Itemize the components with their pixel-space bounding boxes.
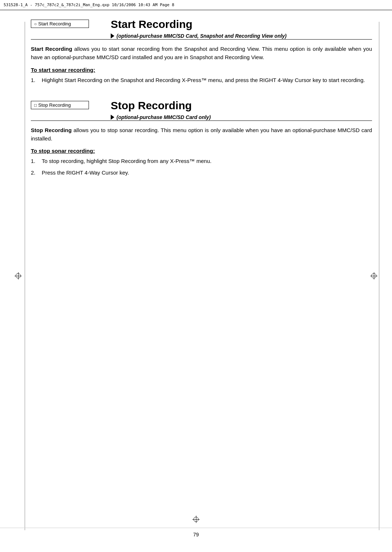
stop-recording-symbol: □ <box>34 103 37 108</box>
page-number: 79 <box>193 532 199 537</box>
start-recording-arrow <box>111 33 114 38</box>
start-recording-divider <box>31 39 372 40</box>
stop-recording-steps: 1. To stop recording, highlight Stop Rec… <box>31 157 372 177</box>
start-recording-subheading: To start sonar recording: <box>31 67 372 73</box>
start-recording-title-col: Start Recording <box>107 18 372 31</box>
right-margin-line <box>379 22 379 530</box>
left-margin-line <box>25 22 25 530</box>
stop-recording-menu-col: □Stop Recording <box>31 99 107 109</box>
step-num-1: 1. <box>31 76 42 84</box>
stop-recording-section: □Stop Recording Stop Recording (optional… <box>31 99 372 177</box>
start-recording-steps: 1. Highlight Start Recording on the Snap… <box>31 76 372 84</box>
stop-recording-arrow <box>111 115 114 120</box>
stop-recording-step-1: 1. To stop recording, highlight Stop Rec… <box>31 157 372 165</box>
start-recording-body-text: allows you to start sonar recording from… <box>31 46 372 60</box>
stop-recording-arrow-row: (optional-purchase MMC/SD Card only) <box>31 114 372 120</box>
reg-mark-top-right <box>370 272 377 279</box>
start-recording-symbol: ○ <box>34 21 37 26</box>
step-text-1: Highlight Start Recording on the Snapsho… <box>42 76 372 84</box>
stop-recording-title-col: Stop Recording <box>107 99 372 112</box>
start-recording-step-1: 1. Highlight Start Recording on the Snap… <box>31 76 372 84</box>
start-recording-menu-box: ○Start Recording <box>31 20 89 28</box>
header-text: 531528-1_A - 757c_787c2_&_787c2i_Man_Eng… <box>4 3 174 7</box>
start-recording-arrow-row: (optional-purchase MMC/SD Card, Snapshot… <box>31 33 372 39</box>
start-recording-subtitle: (optional-purchase MMC/SD Card, Snapshot… <box>117 33 287 39</box>
stop-recording-body: Stop Recording allows you to stop sonar … <box>31 126 372 143</box>
stop-recording-subheading: To stop sonar recording: <box>31 148 372 154</box>
footer: 79 <box>0 528 392 537</box>
reg-mark-bottom <box>192 516 200 523</box>
stop-recording-step-2: 2. Press the RIGHT 4-Way Cursor key. <box>31 168 372 177</box>
start-recording-menu-label: Start Recording <box>38 21 71 26</box>
section-gap <box>31 89 372 99</box>
stop-recording-menu-label: Stop Recording <box>38 102 71 108</box>
reg-mark-top-left <box>15 272 22 279</box>
start-recording-bold-term: Start Recording <box>31 46 72 52</box>
start-recording-title: Start Recording <box>111 18 372 30</box>
stop-step-text-2: Press the RIGHT 4-Way Cursor key. <box>42 168 372 177</box>
stop-recording-body-text: allows you to stop sonar recording. This… <box>31 127 372 142</box>
stop-recording-divider <box>31 120 372 121</box>
stop-recording-bold-term: Stop Recording <box>31 127 72 133</box>
stop-recording-header: □Stop Recording Stop Recording <box>31 99 372 112</box>
stop-recording-subtitle: (optional-purchase MMC/SD Card only) <box>117 114 211 120</box>
stop-step-num-2: 2. <box>31 168 42 177</box>
stop-step-num-1: 1. <box>31 157 42 165</box>
stop-step-text-1: To stop recording, highlight Stop Record… <box>42 157 372 165</box>
stop-recording-menu-box: □Stop Recording <box>31 101 89 109</box>
header-bar: 531528-1_A - 757c_787c2_&_787c2i_Man_Eng… <box>0 0 392 10</box>
main-content: ○Start Recording Start Recording (option… <box>31 18 372 182</box>
stop-recording-title: Stop Recording <box>111 99 372 111</box>
start-recording-header: ○Start Recording Start Recording <box>31 18 372 31</box>
start-recording-menu-col: ○Start Recording <box>31 18 107 28</box>
start-recording-body: Start Recording allows you to start sona… <box>31 45 372 62</box>
start-recording-section: ○Start Recording Start Recording (option… <box>31 18 372 84</box>
